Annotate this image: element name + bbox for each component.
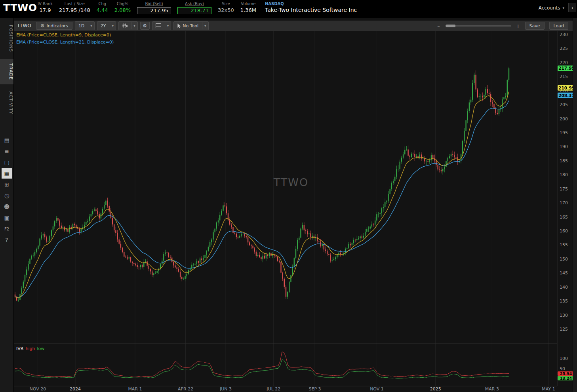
price-chart[interactable]: NOV 202024MAR 1APR 22JUN 3JUL 22SEP 3NOV… [14,31,573,392]
header: TTWO IV Rank 17.9 Last / Size 217.95 /14… [0,0,577,18]
apps-grid-icon[interactable]: ⊞ [2,179,12,190]
svg-text:100: 100 [560,356,568,361]
exchange-label: NASDAQ [265,2,284,6]
help-icon[interactable]: ? [2,235,12,245]
svg-text:13.24: 13.24 [560,376,572,381]
volume-field: Volume 1.36M [240,2,256,13]
quote-fields: IV Rank 17.9 Last / Size 217.95 /148 Chg… [38,2,357,14]
bid-button[interactable]: 217.95 [137,7,171,14]
svg-text:205: 205 [560,102,568,107]
range-dropdown[interactable]: 2Y ▾ [97,21,116,30]
svg-text:135: 135 [560,299,568,304]
svg-text:APR 22: APR 22 [178,386,193,392]
svg-text:TTWO: TTWO [273,176,308,188]
svg-text:MAR 3: MAR 3 [485,386,499,392]
zoom-slider[interactable] [445,25,511,27]
svg-text:165: 165 [560,215,568,220]
sidebar-icons: ▤≡▢▦⊞◷☻▣F2? [2,135,12,245]
package-icon[interactable]: ▢ [2,157,12,167]
svg-text:140: 140 [560,285,568,290]
chart-type-dropdown[interactable]: ▾ [118,21,138,30]
svg-text:MAR 1: MAR 1 [128,386,142,392]
toolbar-right-group: – + Save Load [437,22,568,30]
drawing-tool-dropdown[interactable]: No Tool ▾ [173,21,208,30]
ask-field: Ask (Buy) 218.71 [177,2,211,14]
chevron-down-icon: ▾ [131,22,137,29]
fn-keys-icon[interactable]: F2 [2,224,12,234]
last-size-field: Last / Size 217.95 /148 [59,2,90,13]
svg-text:EMA (Price=CLOSE, Length=9, Di: EMA (Price=CLOSE, Length=9, Displace=0) [16,32,111,38]
svg-text:225: 225 [560,46,568,51]
sidebar-tab-positions[interactable]: POSITIONS [0,21,13,56]
accounts-label: Accounts [539,5,560,11]
chevron-down-icon: ▾ [110,22,116,29]
svg-text:2024: 2024 [70,386,81,392]
collapse-panel-button[interactable]: ‹ [568,3,576,12]
svg-text:125: 125 [560,327,568,332]
bid-field: Bid (Sell) 217.95 [137,2,171,14]
svg-text:150: 150 [560,257,568,262]
sidebar-tabs: POSITIONSTRADEACTIVITY [0,18,13,118]
company-block: NASDAQ Take-Two Interactive Software Inc [265,2,357,13]
svg-text:195: 195 [560,130,568,135]
sidebar-tab-activity[interactable]: ACTIVITY [0,87,13,118]
right-rail [573,18,577,392]
accounts-menu[interactable]: Accounts ▾ [539,5,564,11]
timeframe-dropdown[interactable]: 1D ▾ [75,21,95,30]
svg-text:217.95: 217.95 [558,66,573,70]
svg-text:25.94: 25.94 [560,371,572,376]
size-field: Size 32x50 [218,2,234,13]
orders-list-icon[interactable]: ≡ [2,146,12,156]
save-button[interactable]: Save [525,22,545,30]
svg-text:JUL 22: JUL 22 [266,386,280,392]
svg-text:175: 175 [560,186,568,192]
social-people-icon[interactable]: ☻ [2,202,12,212]
zoom-out-button[interactable]: – [437,23,440,29]
company-name: Take-Two Interactive Software Inc [265,7,357,13]
chevron-down-icon: ▾ [88,22,94,29]
svg-text:NOV 1: NOV 1 [370,386,384,392]
chart-grid-icon[interactable]: ▦ [2,168,12,179]
bar-chart-icon[interactable]: ▤ [2,135,12,145]
chart-module: TTWO ⚙ Indicators 1D ▾ 2Y ▾ [14,18,573,392]
svg-text:170: 170 [560,200,568,206]
svg-text:130: 130 [560,313,568,318]
snapshot-icon[interactable]: ▣ [2,213,12,223]
load-button[interactable]: Load [549,22,568,30]
svg-text:155: 155 [560,242,568,247]
svg-text:190: 190 [560,144,568,149]
chevron-down-icon: ▾ [202,22,208,29]
svg-text:JUN 3: JUN 3 [219,386,232,392]
chevron-down-icon: ▾ [562,6,564,10]
svg-text:180: 180 [560,172,568,177]
svg-text:185: 185 [560,158,568,164]
pane-layout-icon [156,23,161,28]
sidebar-tab-trade[interactable]: TRADE [0,59,13,84]
candlestick-chart-icon [122,23,128,28]
svg-text:208.31: 208.31 [558,93,573,98]
svg-text:IVRhighlow: IVRhighlow [16,346,44,351]
svg-text:EMA (Price=CLOSE, Length=21, D: EMA (Price=CLOSE, Length=21, Displace=0) [16,40,114,45]
zoom-slider-handle[interactable] [446,25,455,27]
pane-layout-dropdown[interactable]: ▾ [152,21,171,30]
gear-icon: ⚙ [143,23,147,29]
svg-text:145: 145 [560,270,568,276]
svg-text:NOV 20: NOV 20 [30,386,46,392]
svg-text:SEP 3: SEP 3 [309,386,321,392]
indicators-button[interactable]: ⚙ Indicators [36,22,72,30]
svg-text:220: 220 [560,60,568,65]
ask-button[interactable]: 218.71 [177,7,211,14]
zoom-in-button[interactable]: + [516,23,520,29]
chart-toolbar: TTWO ⚙ Indicators 1D ▾ 2Y ▾ [14,21,573,31]
svg-text:160: 160 [560,228,568,234]
svg-text:50: 50 [560,366,565,371]
left-sidebar: POSITIONSTRADEACTIVITY ▤≡▢▦⊞◷☻▣F2? [0,18,14,392]
history-clock-icon[interactable]: ◷ [2,190,12,201]
indicators-icon: ⚙ [40,23,45,29]
app-window: TTWO IV Rank 17.9 Last / Size 217.95 /14… [0,0,577,392]
chart-settings-button[interactable]: ⚙ [140,22,150,30]
cursor-icon [177,23,181,29]
iv-rank-field: IV Rank 17.9 [38,2,53,13]
change-pct-field: Chg% 2.08% [114,2,131,13]
chevron-left-icon: ‹ [571,5,573,11]
